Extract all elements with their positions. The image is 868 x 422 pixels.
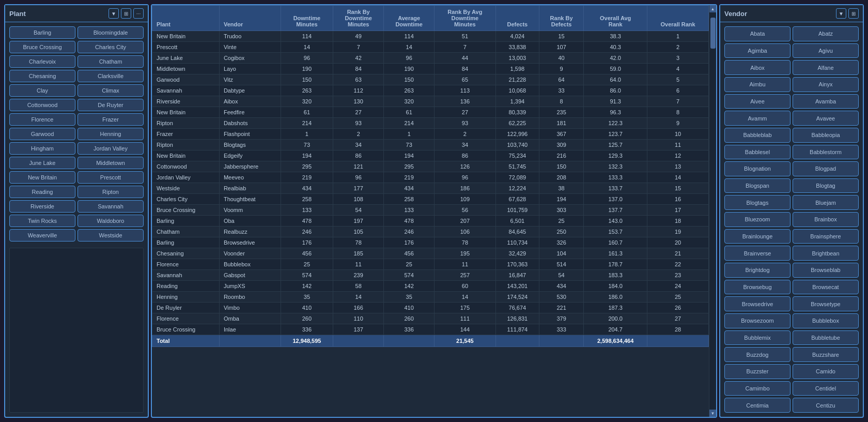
vendor-button[interactable]: Babblesel — [724, 145, 791, 160]
plant-button[interactable]: Waldoboro — [78, 215, 144, 227]
table-row[interactable]: GarwoodVitz150631506521,2286464.05 — [152, 74, 709, 85]
vendor-button[interactable]: Browseblab — [793, 263, 859, 278]
vendor-button[interactable]: Browsetype — [793, 296, 859, 311]
plant-button[interactable]: Weaverville — [9, 229, 75, 242]
plant-button[interactable]: New Britain — [9, 171, 75, 184]
vendor-button[interactable]: Bubblemix — [724, 330, 791, 345]
scroll-track[interactable] — [709, 12, 716, 410]
vendor-button[interactable]: Buzzster — [724, 364, 791, 379]
table-row[interactable]: RiversideAibox3201303201361,394891.37 — [152, 96, 709, 107]
table-row[interactable]: ChesaningVoonder45618545619532,429104161… — [152, 248, 709, 259]
vendor-button[interactable]: Blognation — [724, 161, 791, 176]
plant-button[interactable]: Charles City — [78, 41, 144, 53]
table-row[interactable]: HenningRoombo35143514174,524530186.025 — [152, 292, 709, 303]
vendor-button[interactable]: Blogtags — [724, 195, 791, 210]
table-row[interactable]: PrescottVinte14714733,83810740.32 — [152, 42, 709, 53]
plant-button[interactable]: Savannah — [78, 200, 144, 213]
plant-button[interactable]: Riverside — [9, 200, 75, 213]
vendor-button[interactable]: Avamm — [724, 111, 791, 126]
vendor-button[interactable]: Blogpad — [793, 161, 859, 176]
vendor-button[interactable]: Ainyx — [793, 77, 859, 92]
vendor-button[interactable]: Centimia — [724, 398, 791, 413]
vendor-button[interactable]: Abatz — [793, 26, 859, 41]
plant-button[interactable]: Twin Rocks — [9, 215, 75, 227]
table-row[interactable]: MiddletownLayo19084190841,598959.04 — [152, 64, 709, 74]
plant-button[interactable]: Jordan Valley — [78, 142, 144, 155]
vendor-button[interactable]: Babbleopia — [793, 128, 859, 143]
plant-button[interactable]: Bloomingdale — [78, 26, 144, 39]
table-row[interactable]: SavannahGabspot57423957425716,84754183.3… — [152, 270, 709, 281]
plant-button[interactable]: Clarksville — [78, 70, 144, 82]
vendor-button[interactable]: Camido — [793, 364, 859, 379]
vendor-button[interactable]: Avamba — [793, 94, 859, 109]
scroll-down-arrow[interactable]: ▼ — [709, 410, 717, 417]
plant-scrollbar-area[interactable] — [9, 248, 144, 413]
table-row[interactable]: New BritainEdgeify194861948675,234216129… — [152, 150, 709, 161]
vertical-scrollbar[interactable]: ▲ ▼ — [709, 5, 716, 417]
plant-button[interactable]: Prescott — [78, 171, 144, 184]
plant-button[interactable]: Clay — [9, 84, 75, 97]
vendor-button[interactable]: Blogspan — [724, 178, 791, 193]
vendor-button[interactable]: Brainverse — [724, 246, 791, 261]
vendor-button[interactable]: Aivee — [724, 94, 791, 109]
vendor-button[interactable]: Bluezoom — [724, 212, 791, 227]
vendor-button[interactable]: Bubblebox — [793, 313, 859, 328]
table-row[interactable]: FlorenceOmba260110260111126,831379200.02… — [152, 313, 709, 324]
table-row[interactable]: BarlingBrowsedrive1767817678110,73432616… — [152, 237, 709, 248]
plant-filter-icon[interactable]: ▼ — [109, 8, 119, 19]
vendor-button[interactable]: Brightbean — [793, 246, 859, 261]
vendor-button[interactable]: Browsedrive — [724, 296, 791, 311]
plant-button[interactable]: Henning — [78, 128, 144, 140]
plant-button[interactable]: June Lake — [9, 157, 75, 169]
table-row[interactable]: FrazerFlashpoint1212122,996367123.710 — [152, 129, 709, 140]
table-row[interactable]: RiptonDabshots214932149362,225181122.39 — [152, 118, 709, 129]
plant-button[interactable]: Cottonwood — [9, 99, 75, 111]
plant-button[interactable]: Chatham — [78, 55, 144, 68]
vendor-button[interactable]: Agimba — [724, 43, 791, 58]
vendor-button[interactable]: Blogtag — [793, 178, 859, 193]
vendor-button[interactable]: Bubbletube — [793, 330, 859, 345]
plant-button[interactable]: Florence — [9, 113, 75, 126]
vendor-button[interactable]: Aibox — [724, 60, 791, 75]
plant-button[interactable]: Middletown — [78, 157, 144, 169]
table-wrapper[interactable]: Plant Vendor DowntimeMinutes Rank ByDown… — [152, 5, 716, 417]
table-row[interactable]: ReadingJumpXS1425814260143,201434184.024 — [152, 281, 709, 292]
vendor-button[interactable]: Buzzdog — [724, 347, 791, 362]
vendor-button[interactable]: Babbleblab — [724, 128, 791, 143]
table-row[interactable]: ChathamRealbuzz24610524610684,645250153.… — [152, 227, 709, 237]
vendor-button[interactable]: Brainbox — [793, 212, 859, 227]
vendor-button[interactable]: Browsebug — [724, 280, 791, 295]
plant-button[interactable]: Westside — [78, 229, 144, 242]
vendor-button[interactable]: Centizu — [793, 398, 859, 413]
table-row[interactable]: WestsideRealbiab43417743418612,22438133.… — [152, 183, 709, 194]
vendor-button[interactable]: Buzzshare — [793, 347, 859, 362]
plant-button[interactable]: Ripton — [78, 186, 144, 198]
table-row[interactable]: New BritainTrudoo11449114514,0241538.31 — [152, 31, 709, 42]
plant-button[interactable]: Climax — [78, 84, 144, 97]
scroll-thumb[interactable] — [710, 18, 716, 49]
table-row[interactable]: Bruce CrossingInlae336137336144111,87433… — [152, 324, 709, 335]
vendor-button[interactable]: Brainlounge — [724, 229, 791, 244]
plant-more-icon[interactable]: ··· — [133, 8, 144, 19]
vendor-button[interactable]: Agivu — [793, 43, 859, 58]
table-scroll-area[interactable]: Plant Vendor DowntimeMinutes Rank ByDown… — [152, 5, 709, 417]
plant-copy-icon[interactable]: ⊞ — [121, 8, 131, 19]
vendor-button[interactable]: Browsezoom — [724, 313, 791, 328]
table-row[interactable]: RiptonBlogtags73347334103,740309125.711 — [152, 140, 709, 150]
plant-button[interactable]: Bruce Crossing — [9, 41, 75, 53]
vendor-button[interactable]: Centidel — [793, 381, 859, 396]
vendor-button[interactable]: Bluejam — [793, 195, 859, 210]
vendor-button[interactable]: Babblestorm — [793, 145, 859, 160]
table-row[interactable]: New BritainFeedfire6127612780,33923596.3… — [152, 107, 709, 118]
vendor-button[interactable]: Abata — [724, 26, 791, 41]
scroll-up-arrow[interactable]: ▲ — [709, 5, 717, 12]
table-row[interactable]: Bruce CrossingVoomm1335413356101,7593031… — [152, 205, 709, 216]
plant-button[interactable]: Reading — [9, 186, 75, 198]
table-row[interactable]: De RuylerVimbo41016641017576,674221187.3… — [152, 303, 709, 313]
vendor-button[interactable]: Aimbu — [724, 77, 791, 92]
table-row[interactable]: Charles CityThoughtbeat25810825810967,62… — [152, 194, 709, 205]
table-row[interactable]: June LakeCogibox9642964413,0034042.03 — [152, 53, 709, 64]
vendor-button[interactable]: Avavee — [793, 111, 859, 126]
plant-button[interactable]: Chesaning — [9, 70, 75, 82]
table-row[interactable]: FlorenceBubblebox25112511170,363514178.7… — [152, 259, 709, 270]
